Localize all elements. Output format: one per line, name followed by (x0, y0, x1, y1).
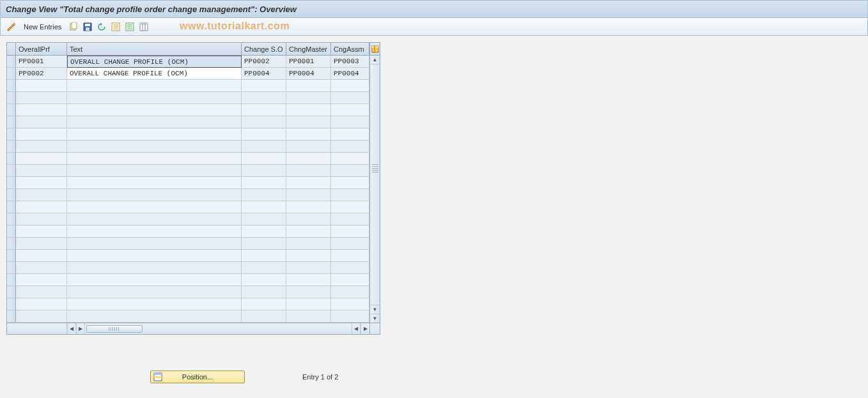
cell-text[interactable] (67, 104, 242, 116)
table-row[interactable] (7, 92, 369, 104)
cell-chngmaster[interactable] (286, 128, 331, 141)
cell-text[interactable] (67, 286, 242, 298)
cell-overallprf[interactable] (16, 201, 67, 213)
cell-changeso[interactable] (242, 128, 286, 141)
scroll-down2-icon[interactable]: ▼ (370, 314, 380, 323)
table-row[interactable] (7, 250, 369, 262)
cell-chngmaster[interactable] (286, 201, 331, 213)
cell-chngmaster[interactable] (286, 153, 331, 165)
cell-changeso[interactable] (242, 153, 286, 165)
row-selector[interactable] (7, 286, 16, 298)
col-header-cngassm[interactable]: CngAssm (331, 43, 369, 55)
cell-changeso[interactable] (242, 141, 286, 153)
cell-changeso[interactable] (242, 189, 286, 201)
cell-chngmaster[interactable] (286, 189, 331, 201)
col-header-changeso[interactable]: Change S.O (242, 43, 286, 55)
cell-changeso[interactable] (242, 80, 286, 92)
cell-cngassm[interactable] (331, 165, 369, 177)
cell-text[interactable] (67, 262, 242, 274)
cell-text[interactable] (67, 141, 242, 153)
row-selector[interactable] (7, 128, 16, 141)
cell-changeso[interactable] (242, 286, 286, 298)
table-row[interactable] (7, 238, 369, 250)
cell-chngmaster[interactable] (286, 274, 331, 286)
row-selector[interactable] (7, 92, 16, 104)
cell-chngmaster[interactable] (286, 310, 331, 323)
cell-changeso[interactable] (242, 177, 286, 189)
cell-overallprf[interactable] (16, 189, 67, 201)
cell-cngassm[interactable] (331, 128, 369, 141)
table-row[interactable] (7, 274, 369, 286)
horizontal-scrollbar[interactable]: ◀ ▶ ◀ ▶ (7, 323, 380, 334)
cell-changeso[interactable] (242, 226, 286, 238)
table-row[interactable] (7, 177, 369, 189)
table-row[interactable]: PP0002OVERALL CHANGE PROFILE (OCM)PP0004… (7, 68, 369, 80)
cell-text[interactable] (67, 165, 242, 177)
cell-cngassm[interactable] (331, 310, 369, 323)
row-selector[interactable] (7, 104, 16, 116)
cell-cngassm[interactable] (331, 286, 369, 298)
cell-text[interactable] (67, 250, 242, 262)
deselect-all-icon[interactable] (124, 21, 136, 33)
cell-cngassm[interactable] (331, 153, 369, 165)
select-all-icon[interactable] (110, 21, 121, 33)
cell-text[interactable] (67, 226, 242, 238)
cell-cngassm[interactable] (331, 262, 369, 274)
cell-changeso[interactable] (242, 104, 286, 116)
cell-changeso[interactable] (242, 298, 286, 310)
row-selector[interactable] (7, 226, 16, 238)
row-selector[interactable] (7, 141, 16, 153)
cell-cngassm[interactable] (331, 226, 369, 238)
cell-chngmaster[interactable] (286, 80, 331, 92)
cell-text[interactable] (67, 310, 242, 323)
cell-changeso[interactable] (242, 238, 286, 250)
scroll-right-step-icon[interactable]: ▶ (76, 323, 85, 334)
cell-overallprf[interactable] (16, 153, 67, 165)
cell-chngmaster[interactable] (286, 116, 331, 128)
cell-chngmaster[interactable] (286, 165, 331, 177)
table-row[interactable] (7, 189, 369, 201)
cell-text[interactable]: OVERALL CHANGE PROFILE (OCM) (67, 68, 242, 80)
cell-cngassm[interactable] (331, 116, 369, 128)
cell-chngmaster[interactable] (286, 262, 331, 274)
cell-overallprf[interactable] (16, 238, 67, 250)
cell-chngmaster[interactable] (286, 213, 331, 226)
cell-text[interactable] (67, 213, 242, 226)
cell-overallprf[interactable] (16, 286, 67, 298)
table-settings-icon[interactable] (138, 21, 150, 33)
table-row[interactable] (7, 286, 369, 298)
cell-chngmaster[interactable] (286, 92, 331, 104)
cell-cngassm[interactable] (331, 177, 369, 189)
scroll-up-icon[interactable]: ▲ (370, 56, 380, 65)
cell-chngmaster[interactable] (286, 104, 331, 116)
save-variant-icon[interactable] (82, 21, 93, 33)
cell-text[interactable] (67, 298, 242, 310)
cell-chngmaster[interactable] (286, 177, 331, 189)
cell-text[interactable] (67, 189, 242, 201)
cell-overallprf[interactable] (16, 116, 67, 128)
cell-overallprf[interactable] (16, 310, 67, 323)
table-row[interactable] (7, 153, 369, 165)
row-selector[interactable] (7, 213, 16, 226)
row-selector[interactable] (7, 310, 16, 323)
cell-cngassm[interactable] (331, 92, 369, 104)
scroll-left-icon[interactable]: ◀ (67, 323, 76, 334)
hscroll-thumb[interactable] (86, 325, 143, 333)
cell-text[interactable]: OVERALL CHANGE PROFILE (OCM) (67, 56, 242, 68)
cell-overallprf[interactable] (16, 274, 67, 286)
table-row[interactable] (7, 141, 369, 153)
row-selector[interactable] (7, 80, 16, 92)
cell-overallprf[interactable] (16, 213, 67, 226)
col-header-overallprf[interactable]: OverallPrf (16, 43, 67, 55)
table-row[interactable] (7, 128, 369, 141)
cell-overallprf[interactable] (16, 298, 67, 310)
cell-chngmaster[interactable] (286, 250, 331, 262)
cell-changeso[interactable] (242, 262, 286, 274)
cell-overallprf[interactable] (16, 92, 67, 104)
row-selector[interactable] (7, 56, 16, 68)
table-row[interactable] (7, 310, 369, 323)
cell-overallprf[interactable] (16, 128, 67, 141)
table-row[interactable]: PP0001OVERALL CHANGE PROFILE (OCM)PP0002… (7, 56, 369, 68)
cell-cngassm[interactable] (331, 298, 369, 310)
cell-cngassm[interactable] (331, 189, 369, 201)
